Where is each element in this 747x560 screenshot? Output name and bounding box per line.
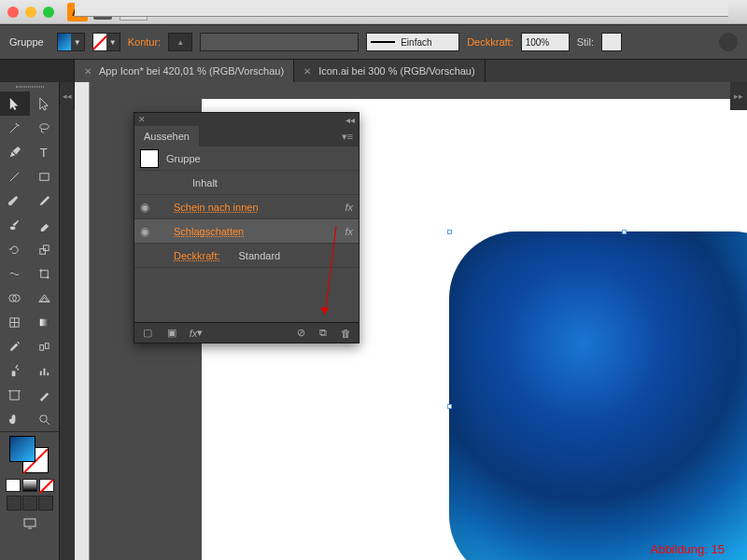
stroke-profile-dropdown[interactable]	[200, 33, 359, 51]
visibility-eye-icon[interactable]: ◉	[140, 225, 153, 238]
svg-rect-18	[12, 371, 16, 376]
appearance-effect-row[interactable]: ◉ Schein nach innen fx	[134, 195, 359, 219]
hand-tool[interactable]	[0, 407, 30, 431]
delete-item-icon[interactable]: 🗑	[338, 327, 353, 340]
zoom-tool[interactable]	[30, 407, 60, 431]
drop-shadow-effect[interactable]: Schlagschatten	[174, 226, 244, 237]
direct-selection-tool[interactable]	[30, 91, 60, 116]
appearance-target-row[interactable]: Gruppe	[134, 147, 359, 171]
fill-swatch[interactable]: ▼	[57, 33, 85, 51]
slice-tool[interactable]	[30, 383, 60, 407]
close-tab-icon[interactable]: ✕	[303, 66, 311, 77]
svg-rect-25	[10, 390, 19, 399]
opacity-label[interactable]: Deckkraft:	[174, 250, 220, 261]
line-tool[interactable]	[0, 164, 30, 189]
svg-point-21	[17, 364, 19, 366]
type-tool[interactable]: T	[30, 140, 60, 164]
screen-mode-icon[interactable]	[0, 512, 59, 535]
visibility-eye-icon[interactable]: ◉	[140, 201, 153, 214]
expand-panel-icon[interactable]: ▸▸	[730, 82, 747, 110]
rotate-tool[interactable]	[0, 237, 30, 261]
eraser-tool[interactable]	[30, 213, 60, 237]
collapse-panel-icon[interactable]: ◂◂	[60, 82, 75, 110]
svg-rect-16	[40, 344, 44, 350]
tools-panel: T	[0, 82, 60, 560]
workspace	[0, 82, 747, 560]
panel-header[interactable]: ✕ ◂◂	[134, 113, 359, 126]
vertical-ruler[interactable]	[75, 82, 90, 560]
appearance-effect-row[interactable]: ◉ Schlagschatten fx	[134, 219, 359, 244]
eyedropper-tool[interactable]	[0, 334, 30, 358]
selection-handle[interactable]	[447, 404, 452, 409]
svg-point-4	[10, 226, 16, 230]
fill-stroke-indicator[interactable]	[0, 432, 59, 477]
paintbrush-tool[interactable]	[0, 189, 30, 213]
svg-point-19	[16, 366, 18, 368]
rectangle-tool[interactable]	[30, 164, 60, 189]
lasso-tool[interactable]	[30, 116, 60, 140]
minimize-window-icon[interactable]	[25, 7, 36, 18]
width-tool[interactable]	[0, 261, 30, 286]
inner-glow-effect[interactable]: Schein nach innen	[174, 202, 259, 213]
pen-tool[interactable]	[0, 140, 30, 164]
stroke-swatch[interactable]: ▼	[92, 33, 120, 51]
fx-badge-icon: fx	[345, 202, 353, 213]
appearance-opacity-row[interactable]: Deckkraft: Standard	[134, 244, 359, 268]
panel-grip[interactable]	[0, 82, 59, 91]
free-transform-tool[interactable]	[30, 261, 60, 286]
scale-tool[interactable]	[30, 237, 60, 261]
clear-appearance-icon[interactable]: ⊘	[293, 327, 308, 340]
document-tab[interactable]: ✕ Icon.ai bei 300 % (RGB/Vorschau)	[294, 60, 486, 82]
selection-tool[interactable]	[0, 91, 30, 116]
stroke-label[interactable]: Kontur:	[128, 36, 161, 48]
draw-normal-icon[interactable]	[7, 496, 21, 511]
fill-indicator[interactable]	[9, 436, 35, 462]
app-icon-artwork[interactable]	[449, 231, 747, 560]
perspective-grid-tool[interactable]	[30, 286, 60, 310]
opacity-input[interactable]: 100%	[521, 33, 570, 51]
close-tab-icon[interactable]: ✕	[84, 66, 92, 77]
panel-menu-icon[interactable]: ▾≡	[336, 126, 359, 147]
none-mode-icon[interactable]	[39, 479, 54, 492]
panel-tab-appearance[interactable]: Aussehen	[134, 126, 199, 147]
stroke-weight-input[interactable]: ▲	[168, 33, 192, 51]
contents-label: Inhalt	[161, 177, 218, 189]
blend-tool[interactable]	[30, 334, 60, 358]
selection-type-label: Gruppe	[9, 36, 49, 48]
zoom-window-icon[interactable]	[43, 7, 54, 18]
mesh-tool[interactable]	[0, 310, 30, 334]
draw-inside-icon[interactable]	[38, 496, 53, 511]
tab-label: App Icon* bei 420,01 % (RGB/Vorschau)	[99, 65, 284, 77]
new-stroke-icon[interactable]: ▢	[140, 327, 155, 340]
artboard-tool[interactable]	[0, 383, 30, 407]
pencil-tool[interactable]	[30, 189, 60, 213]
graphic-style-dropdown[interactable]	[601, 33, 622, 51]
close-window-icon[interactable]	[7, 7, 19, 18]
selection-handle[interactable]	[622, 230, 627, 234]
brush-definition-dropdown[interactable]: Einfach	[366, 33, 459, 51]
document-setup-icon[interactable]	[719, 33, 738, 51]
magic-wand-tool[interactable]	[0, 116, 30, 140]
blob-brush-tool[interactable]	[0, 213, 30, 237]
add-effect-icon[interactable]: fx▾	[189, 327, 204, 340]
figure-caption: Abbildung: 15	[650, 542, 725, 556]
document-tab[interactable]: ✕ App Icon* bei 420,01 % (RGB/Vorschau)	[75, 60, 294, 82]
gradient-mode-icon[interactable]	[22, 479, 37, 492]
shape-builder-tool[interactable]	[0, 286, 30, 310]
svg-point-28	[40, 414, 48, 422]
new-fill-icon[interactable]: ▣	[164, 327, 179, 340]
svg-rect-30	[24, 519, 35, 526]
opacity-label[interactable]: Deckkraft:	[467, 36, 514, 48]
column-graph-tool[interactable]	[30, 358, 60, 383]
color-mode-icon[interactable]	[6, 479, 21, 492]
collapse-panel-icon[interactable]: ◂◂	[345, 115, 355, 125]
close-panel-icon[interactable]: ✕	[138, 115, 146, 124]
draw-behind-icon[interactable]	[22, 496, 37, 511]
horizontal-ruler[interactable]	[75, 0, 728, 17]
symbol-sprayer-tool[interactable]	[0, 358, 30, 383]
selection-handle[interactable]	[447, 230, 452, 234]
appearance-contents-row[interactable]: Inhalt	[134, 171, 359, 195]
duplicate-item-icon[interactable]: ⧉	[316, 327, 331, 340]
svg-rect-7	[41, 270, 49, 277]
gradient-tool[interactable]	[30, 310, 60, 334]
